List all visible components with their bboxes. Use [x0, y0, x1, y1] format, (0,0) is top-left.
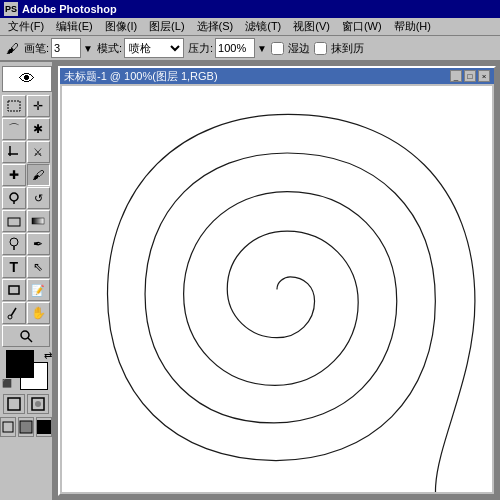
menu-help[interactable]: 帮助(H): [388, 18, 437, 35]
canvas-svg: [62, 86, 492, 492]
swap-colors-icon[interactable]: ⇄: [44, 350, 52, 361]
foreground-color[interactable]: [6, 350, 34, 378]
screen-full-icon: [37, 420, 51, 434]
tool-row-6: [2, 210, 50, 232]
main-area: 👁 ✛ ⌒ ✱ ⚔: [0, 62, 500, 500]
quick-mask-row: [2, 394, 50, 414]
tool-history-brush[interactable]: ↺: [27, 187, 51, 209]
tool-brush[interactable]: 🖌: [27, 164, 51, 186]
svg-rect-0: [8, 101, 20, 111]
menu-view[interactable]: 视图(V): [287, 18, 336, 35]
shape-icon: [7, 283, 21, 297]
eraser-icon: [7, 214, 21, 228]
tool-healing[interactable]: ✚: [2, 164, 26, 186]
tool-magic-wand[interactable]: ✱: [27, 118, 51, 140]
quick-mask-btn[interactable]: [27, 394, 49, 414]
airbrush-label: 抹到历: [331, 41, 364, 56]
tool-notes[interactable]: 📝: [27, 279, 51, 301]
brush-icon: 🖌: [4, 40, 20, 56]
brush-dropdown-arrow[interactable]: ▼: [83, 43, 93, 54]
pen-icon: ✒: [33, 237, 43, 251]
tool-row-10: ✋: [2, 302, 50, 324]
doc-close-btn[interactable]: ×: [478, 70, 490, 82]
svg-rect-9: [9, 286, 19, 294]
wet-edges-checkbox[interactable]: [271, 42, 284, 55]
zoom-icon: [19, 329, 33, 343]
document-title-bar: 未标题-1 @ 100%(图层 1,RGB) _ □ ×: [60, 68, 494, 84]
menu-image[interactable]: 图像(I): [99, 18, 143, 35]
eyedropper-icon: [7, 306, 21, 320]
svg-rect-18: [20, 421, 32, 433]
document-controls: _ □ ×: [450, 70, 490, 82]
tool-marquee[interactable]: [2, 95, 26, 117]
pressure-label: 压力:: [188, 41, 213, 56]
tool-row-4: ✚ 🖌: [2, 164, 50, 186]
color-swatch[interactable]: ⇄ ⬛: [2, 350, 52, 390]
menu-file[interactable]: 文件(F): [2, 18, 50, 35]
screen-full-menu-icon: [19, 420, 33, 434]
tool-eraser[interactable]: [2, 210, 26, 232]
svg-line-10: [11, 308, 16, 316]
pressure-group: 压力: ▼: [188, 38, 267, 58]
tool-path-select[interactable]: ⇖: [27, 256, 51, 278]
tool-lasso[interactable]: ⌒: [2, 118, 26, 140]
tool-slice[interactable]: ⚔: [27, 141, 51, 163]
svg-rect-19: [37, 420, 51, 434]
tool-zoom[interactable]: [2, 325, 50, 347]
mode-group: 模式: 喷枪: [97, 38, 184, 58]
svg-point-11: [8, 315, 12, 319]
menu-select[interactable]: 选择(S): [191, 18, 240, 35]
tool-row-11: [2, 325, 50, 347]
menu-filter[interactable]: 滤镜(T): [239, 18, 287, 35]
default-colors-icon[interactable]: ⬛: [2, 379, 12, 388]
svg-rect-5: [8, 218, 20, 226]
doc-minimize-btn[interactable]: _: [450, 70, 462, 82]
svg-point-7: [10, 238, 18, 246]
menu-bar: 文件(F) 编辑(E) 图像(I) 图层(L) 选择(S) 滤镜(T) 视图(V…: [0, 18, 500, 36]
tool-row-1: ✛: [2, 95, 50, 117]
tool-dodge[interactable]: [2, 233, 26, 255]
tool-row-5: ↺: [2, 187, 50, 209]
tool-hand[interactable]: ✋: [27, 302, 51, 324]
tool-stamp[interactable]: [2, 187, 26, 209]
tool-gradient[interactable]: [27, 210, 51, 232]
svg-rect-14: [8, 398, 20, 410]
wet-edges-label: 湿边: [288, 41, 310, 56]
lasso-icon: ⌒: [8, 121, 20, 138]
brush-label: 画笔:: [24, 41, 49, 56]
tool-pen[interactable]: ✒: [27, 233, 51, 255]
tool-shape[interactable]: [2, 279, 26, 301]
toolbox: 👁 ✛ ⌒ ✱ ⚔: [0, 62, 54, 500]
menu-window[interactable]: 窗口(W): [336, 18, 388, 35]
wet-edges-group: 湿边: [271, 41, 310, 56]
marquee-icon: [7, 99, 21, 113]
tool-preview: 👁: [2, 66, 52, 92]
canvas-area: 未标题-1 @ 100%(图层 1,RGB) _ □ ×: [54, 62, 500, 500]
tool-crop[interactable]: [2, 141, 26, 163]
screen-mode-full[interactable]: [36, 417, 52, 437]
tool-move[interactable]: ✛: [27, 95, 51, 117]
screen-mode-full-menu[interactable]: [18, 417, 34, 437]
pressure-input[interactable]: [215, 38, 255, 58]
app-title: Adobe Photoshop: [22, 3, 117, 15]
pressure-dropdown-arrow[interactable]: ▼: [257, 43, 267, 54]
menu-edit[interactable]: 编辑(E): [50, 18, 99, 35]
screen-mode-row: [2, 417, 50, 437]
tool-text[interactable]: T: [2, 256, 26, 278]
menu-layer[interactable]: 图层(L): [143, 18, 190, 35]
slice-icon: ⚔: [33, 146, 43, 159]
mode-select[interactable]: 喷枪: [124, 38, 184, 58]
document-title: 未标题-1 @ 100%(图层 1,RGB): [64, 69, 218, 84]
airbrush-checkbox[interactable]: [314, 42, 327, 55]
gradient-icon: [31, 214, 45, 228]
brush-size-input[interactable]: [51, 38, 81, 58]
svg-point-12: [21, 331, 29, 339]
document-canvas[interactable]: [62, 86, 492, 492]
tool-eyedropper[interactable]: [2, 302, 26, 324]
screen-mode-std[interactable]: [0, 417, 16, 437]
history-brush-icon: ↺: [34, 192, 43, 205]
standard-mode-icon: [7, 397, 21, 411]
standard-mode-btn[interactable]: [3, 394, 25, 414]
tool-row-7: ✒: [2, 233, 50, 255]
doc-restore-btn[interactable]: □: [464, 70, 476, 82]
